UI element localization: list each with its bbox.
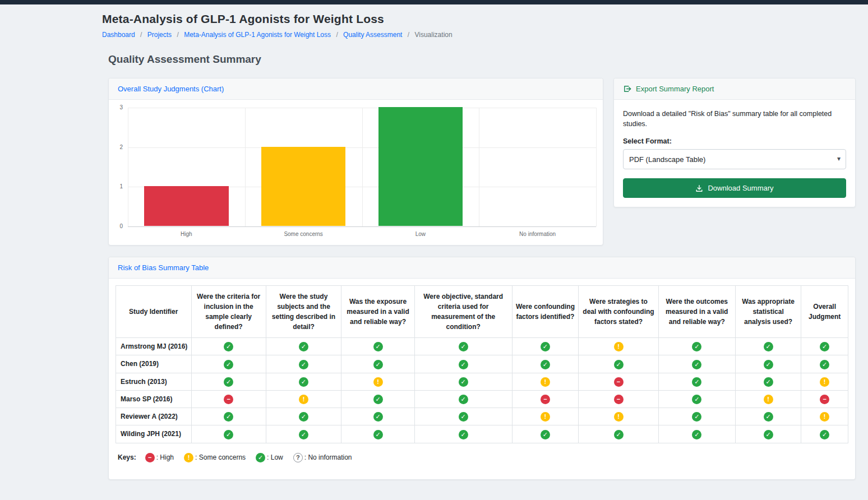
judgment-cell: ✓ — [658, 408, 735, 425]
judgment-icon-high: − — [224, 395, 233, 404]
judgment-cell: ✓ — [341, 408, 415, 425]
risk-of-bias-card-title: Risk of Bias Summary Table — [109, 257, 855, 279]
table-row: Chen (2019)✓✓✓✓✓✓✓✓✓ — [116, 355, 848, 373]
judgment-icon-low: ✓ — [692, 430, 701, 439]
column-study-identifier: Study Identifier — [116, 286, 192, 338]
chart-card: Overall Study Judgments (Chart) 0123 Hig… — [108, 78, 603, 246]
judgment-cell: ! — [579, 338, 658, 355]
judgment-icon-low: ✓ — [224, 377, 233, 387]
judgment-icon-some: ! — [764, 395, 773, 404]
judgment-cell: − — [191, 390, 266, 408]
judgment-cell: ! — [735, 390, 801, 408]
judgment-icon-low: ✓ — [224, 412, 233, 422]
judgment-icon-low: ✓ — [373, 412, 383, 422]
page-title: Meta-Analysis of GLP-1 Agonists for Weig… — [102, 12, 856, 26]
judgment-cell: ✓ — [414, 373, 512, 390]
study-identifier: Reviewer A (2022) — [116, 408, 192, 425]
judgment-cell: ✓ — [341, 355, 415, 373]
breadcrumb-link-project[interactable]: Meta-Analysis of GLP-1 Agonists for Weig… — [184, 31, 331, 39]
judgment-icon-none: ? — [293, 453, 303, 462]
judgment-icon-low: ✓ — [692, 412, 701, 422]
format-select-label: Select Format: — [623, 137, 846, 145]
judgment-icon-low: ✓ — [764, 342, 773, 351]
column-header: Were strategies to deal with confounding… — [579, 286, 658, 338]
legend-item-label: : Some concerns — [195, 453, 246, 461]
breadcrumb-separator: / — [408, 31, 409, 39]
x-tick-label: High — [128, 231, 245, 237]
judgment-icon-low: ✓ — [224, 342, 233, 351]
judgment-icon-some: ! — [614, 412, 624, 422]
judgment-icon-low: ✓ — [299, 342, 308, 351]
judgment-icon-some: ! — [299, 395, 308, 404]
judgment-cell: − — [801, 390, 848, 408]
judgment-icon-high: − — [541, 395, 550, 404]
format-select[interactable]: PDF (Landscape Table) — [623, 149, 846, 169]
judgment-cell: ✓ — [801, 338, 848, 355]
section-heading: Quality Assessment Summary — [108, 53, 856, 66]
judgment-cell: ✓ — [266, 338, 341, 355]
gridline — [128, 226, 596, 227]
judgment-icon-low: ✓ — [614, 360, 624, 369]
judgment-icon-some: ! — [614, 342, 624, 351]
judgment-cell: ✓ — [579, 355, 658, 373]
study-identifier: Armstrong MJ (2016) — [116, 338, 192, 355]
export-description: Download a detailed "Risk of Bias" summa… — [623, 109, 846, 129]
judgment-cell: ✓ — [191, 373, 266, 390]
judgment-cell: ✓ — [414, 390, 512, 408]
judgment-icon-some: ! — [541, 412, 550, 422]
judgment-cell: ✓ — [341, 338, 415, 355]
judgment-icon-low: ✓ — [541, 430, 550, 439]
column-header: Was appropriate statistical analysis use… — [735, 286, 801, 338]
judgment-icon-low: ✓ — [459, 430, 468, 439]
column-header: Was the exposure measured in a valid and… — [341, 286, 415, 338]
study-identifier: Wilding JPH (2021) — [116, 425, 192, 443]
risk-of-bias-card: Risk of Bias Summary Table Study Identif… — [108, 257, 856, 480]
export-card: Export Summary Report Download a detaile… — [613, 78, 856, 207]
judgment-icon-some: ! — [184, 453, 193, 462]
y-tick-label: 0 — [119, 223, 123, 229]
bar-slot — [245, 108, 362, 226]
judgment-cell: ✓ — [658, 373, 735, 390]
judgment-cell: ✓ — [191, 338, 266, 355]
judgment-icon-low: ✓ — [541, 342, 550, 351]
column-header: Were confounding factors identified? — [512, 286, 579, 338]
column-header: Were the outcomes measured in a valid an… — [658, 286, 735, 338]
judgment-cell: ✓ — [735, 338, 801, 355]
judgment-icon-low: ✓ — [541, 360, 550, 369]
judgment-icon-low: ✓ — [459, 412, 468, 422]
judgment-cell: ✓ — [735, 373, 801, 390]
column-header: Were the criteria for inclusion in the s… — [191, 286, 266, 338]
table-row: Estruch (2013)✓✓!✓!−✓✓! — [116, 373, 848, 390]
breadcrumb-link-dashboard[interactable]: Dashboard — [102, 31, 135, 39]
judgment-icon-some: ! — [820, 377, 829, 387]
judgment-icon-low: ✓ — [373, 430, 383, 439]
judgment-icon-low: ✓ — [373, 395, 383, 404]
column-header: Were objective, standard criteria used f… — [414, 286, 512, 338]
judgment-icon-low: ✓ — [692, 395, 701, 404]
chart-plot-area — [128, 108, 596, 226]
x-tick-label: No information — [479, 231, 596, 237]
judgment-cell: ✓ — [512, 338, 579, 355]
bar-slot — [362, 108, 479, 226]
export-card-header: Export Summary Report — [614, 78, 855, 100]
judgment-cell: ✓ — [191, 425, 266, 443]
judgment-icon-low: ✓ — [820, 360, 829, 369]
judgment-cell: ✓ — [735, 425, 801, 443]
breadcrumb-link-projects[interactable]: Projects — [147, 31, 172, 39]
export-icon — [623, 85, 631, 93]
judgment-icon-low: ✓ — [764, 360, 773, 369]
download-summary-button[interactable]: Download Summary — [623, 178, 846, 198]
judgment-icon-low: ✓ — [459, 395, 468, 404]
download-summary-label: Download Summary — [708, 184, 773, 192]
bar-high — [144, 186, 228, 226]
export-card-title: Export Summary Report — [636, 85, 714, 93]
judgment-icon-low: ✓ — [820, 342, 829, 351]
download-icon — [695, 184, 703, 192]
judgment-cell: ! — [266, 390, 341, 408]
judgment-cell: ✓ — [512, 425, 579, 443]
top-navbar — [0, 0, 868, 4]
column-header: Were the study subjects and the setting … — [266, 286, 341, 338]
judgment-cell: ✓ — [579, 425, 658, 443]
breadcrumb-link-quality-assessment[interactable]: Quality Assessment — [343, 31, 402, 39]
table-row: Wilding JPH (2021)✓✓✓✓✓✓✓✓✓ — [116, 425, 848, 443]
